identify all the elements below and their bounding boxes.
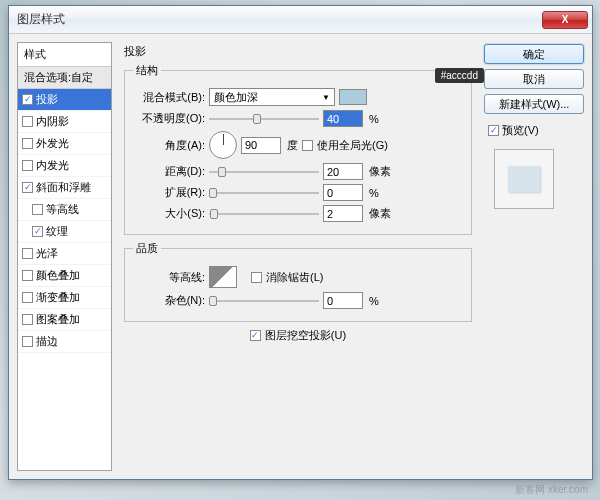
watermark: 新客网 xker.com	[515, 483, 588, 497]
style-item[interactable]: 等高线	[18, 199, 111, 221]
blend-mode-combo[interactable]: 颜色加深 ▼	[209, 88, 335, 106]
main-panel: 投影 结构 混合模式(B): 颜色加深 ▼ 不透明度(O): %	[120, 42, 476, 471]
structure-group: 结构 混合模式(B): 颜色加深 ▼ 不透明度(O): % 角度(	[124, 63, 472, 235]
antialias-checkbox[interactable]	[251, 272, 262, 283]
opacity-slider[interactable]	[209, 112, 319, 126]
preview-thumbnail	[508, 166, 540, 192]
content-area: 样式 混合选项:自定 ✓投影内阴影外发光内发光✓斜面和浮雕等高线✓纹理光泽颜色叠…	[9, 34, 592, 479]
global-light-checkbox[interactable]	[302, 140, 313, 151]
style-checkbox[interactable]: ✓	[22, 182, 33, 193]
spread-unit: %	[369, 187, 379, 199]
style-item-label: 颜色叠加	[36, 268, 80, 283]
spread-slider[interactable]	[209, 186, 319, 200]
style-checkbox[interactable]	[32, 204, 43, 215]
preview-label: 预览(V)	[502, 123, 539, 138]
preview-box	[494, 149, 554, 209]
knockout-checkbox[interactable]: ✓	[250, 330, 261, 341]
noise-label: 杂色(N):	[133, 293, 205, 308]
spread-input[interactable]	[323, 184, 363, 201]
knockout-label: 图层挖空投影(U)	[265, 328, 346, 343]
close-button[interactable]: X	[542, 11, 588, 29]
distance-unit: 像素	[369, 164, 391, 179]
spread-label: 扩展(R):	[133, 185, 205, 200]
noise-slider[interactable]	[209, 294, 319, 308]
angle-label: 角度(A):	[133, 138, 205, 153]
color-swatch[interactable]	[339, 89, 367, 105]
button-column: 确定 取消 新建样式(W)... ✓ 预览(V)	[484, 42, 584, 471]
style-item[interactable]: 外发光	[18, 133, 111, 155]
size-unit: 像素	[369, 206, 391, 221]
cancel-button[interactable]: 取消	[484, 69, 584, 89]
contour-label: 等高线:	[133, 270, 205, 285]
blend-mode-label: 混合模式(B):	[133, 90, 205, 105]
dialog-window: 图层样式 X 样式 混合选项:自定 ✓投影内阴影外发光内发光✓斜面和浮雕等高线✓…	[8, 5, 593, 480]
style-item[interactable]: ✓斜面和浮雕	[18, 177, 111, 199]
distance-label: 距离(D):	[133, 164, 205, 179]
style-item-label: 图案叠加	[36, 312, 80, 327]
antialias-label: 消除锯齿(L)	[266, 270, 323, 285]
noise-unit: %	[369, 295, 379, 307]
angle-unit: 度	[287, 138, 298, 153]
color-tooltip: #acccdd	[435, 68, 484, 83]
style-item-label: 外发光	[36, 136, 69, 151]
style-item-label: 渐变叠加	[36, 290, 80, 305]
style-checkbox[interactable]	[22, 116, 33, 127]
style-item-label: 斜面和浮雕	[36, 180, 91, 195]
window-title: 图层样式	[17, 11, 542, 28]
opacity-unit: %	[369, 113, 379, 125]
style-item[interactable]: ✓投影	[18, 89, 111, 111]
style-item[interactable]: 图案叠加	[18, 309, 111, 331]
blend-mode-value: 颜色加深	[214, 90, 258, 105]
distance-input[interactable]	[323, 163, 363, 180]
style-checkbox[interactable]	[22, 314, 33, 325]
blend-options-header[interactable]: 混合选项:自定	[18, 67, 111, 89]
distance-slider[interactable]	[209, 165, 319, 179]
noise-input[interactable]	[323, 292, 363, 309]
style-checkbox[interactable]	[22, 336, 33, 347]
size-label: 大小(S):	[133, 206, 205, 221]
ok-button[interactable]: 确定	[484, 44, 584, 64]
style-item[interactable]: 内发光	[18, 155, 111, 177]
style-checkbox[interactable]	[22, 138, 33, 149]
quality-legend: 品质	[133, 241, 161, 256]
opacity-input[interactable]	[323, 110, 363, 127]
style-item[interactable]: 光泽	[18, 243, 111, 265]
titlebar[interactable]: 图层样式 X	[9, 6, 592, 34]
style-item[interactable]: 内阴影	[18, 111, 111, 133]
angle-input[interactable]	[241, 137, 281, 154]
style-item[interactable]: 描边	[18, 331, 111, 353]
style-item[interactable]: ✓纹理	[18, 221, 111, 243]
style-checkbox[interactable]: ✓	[22, 94, 33, 105]
style-item-label: 纹理	[46, 224, 68, 239]
style-list: 样式 混合选项:自定 ✓投影内阴影外发光内发光✓斜面和浮雕等高线✓纹理光泽颜色叠…	[17, 42, 112, 471]
style-item[interactable]: 颜色叠加	[18, 265, 111, 287]
opacity-label: 不透明度(O):	[133, 111, 205, 126]
style-item-label: 内发光	[36, 158, 69, 173]
global-light-label: 使用全局光(G)	[317, 138, 388, 153]
chevron-down-icon: ▼	[322, 93, 330, 102]
structure-legend: 结构	[133, 63, 161, 78]
preview-checkbox[interactable]: ✓	[488, 125, 499, 136]
style-checkbox[interactable]	[22, 248, 33, 259]
size-input[interactable]	[323, 205, 363, 222]
angle-dial[interactable]	[209, 131, 237, 159]
style-list-header[interactable]: 样式	[18, 43, 111, 67]
style-checkbox[interactable]	[22, 160, 33, 171]
style-item-label: 内阴影	[36, 114, 69, 129]
style-item-label: 等高线	[46, 202, 79, 217]
contour-picker[interactable]	[209, 266, 237, 288]
size-slider[interactable]	[209, 207, 319, 221]
panel-title: 投影	[124, 44, 472, 59]
style-checkbox[interactable]	[22, 292, 33, 303]
style-item-label: 投影	[36, 92, 58, 107]
new-style-button[interactable]: 新建样式(W)...	[484, 94, 584, 114]
style-item-label: 光泽	[36, 246, 58, 261]
style-item[interactable]: 渐变叠加	[18, 287, 111, 309]
style-item-label: 描边	[36, 334, 58, 349]
style-checkbox[interactable]: ✓	[32, 226, 43, 237]
quality-group: 品质 等高线: 消除锯齿(L) 杂色(N): %	[124, 241, 472, 322]
style-checkbox[interactable]	[22, 270, 33, 281]
